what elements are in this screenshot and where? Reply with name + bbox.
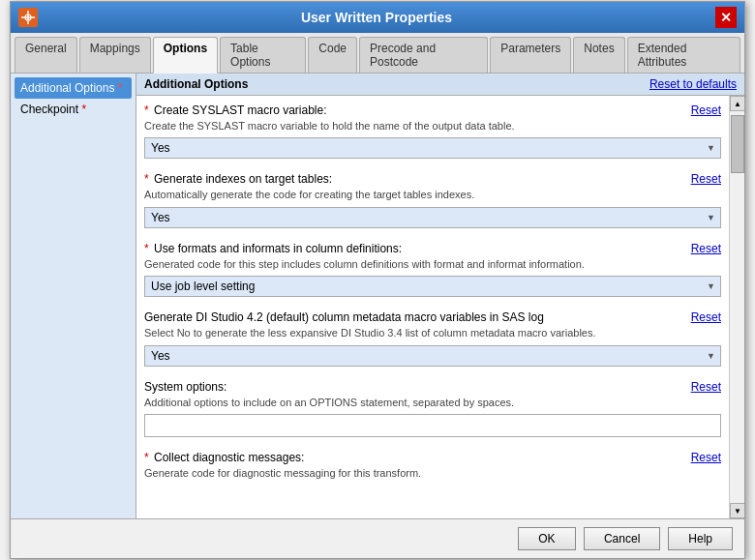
footer: OK Cancel Help xyxy=(11,518,744,558)
formats-select[interactable]: Use job level setting Yes No xyxy=(144,276,721,297)
title-bar: User Written Properties ✕ xyxy=(11,2,744,33)
app-icon xyxy=(18,8,38,27)
tab-general[interactable]: General xyxy=(15,37,77,73)
left-item-additional-options[interactable]: Additional Options * xyxy=(15,77,132,99)
scrollbar-thumb[interactable] xyxy=(731,115,744,173)
reset-indexes-button[interactable]: Reset xyxy=(691,172,721,186)
system-options-desc: Additional options to include on an OPTI… xyxy=(144,396,721,410)
scroll-down-button[interactable]: ▼ xyxy=(730,503,744,518)
tab-bar: General Mappings Options Table Options C… xyxy=(11,33,744,74)
tab-extended-attributes[interactable]: Extended Attributes xyxy=(627,37,740,73)
left-panel: Additional Options * Checkpoint * xyxy=(11,74,136,518)
indexes-select[interactable]: Yes No xyxy=(144,207,721,228)
tab-code[interactable]: Code xyxy=(308,37,357,73)
ok-button[interactable]: OK xyxy=(518,527,576,550)
indexes-desc: Automatically generate the code for crea… xyxy=(144,188,721,202)
option-generate-di-studio: Generate DI Studio 4.2 (default) column … xyxy=(144,310,721,366)
syslast-select[interactable]: Yes No xyxy=(144,137,721,159)
reset-formats-button[interactable]: Reset xyxy=(691,242,721,255)
formats-desc: Generated code for this step includes co… xyxy=(144,257,721,272)
scroll-area[interactable]: * Create SYSLAST macro variable: Reset C… xyxy=(136,96,729,518)
tab-table-options[interactable]: Table Options xyxy=(220,37,306,73)
option-generate-indexes: * Generate indexes on target tables: Res… xyxy=(144,172,721,227)
tab-notes[interactable]: Notes xyxy=(573,37,624,73)
tab-precode-postcode[interactable]: Precode and Postcode xyxy=(359,37,488,73)
tab-options[interactable]: Options xyxy=(153,37,218,74)
right-panel: Additional Options Reset to defaults * C… xyxy=(136,74,744,518)
panel-title: Additional Options xyxy=(144,77,248,91)
close-button[interactable]: ✕ xyxy=(715,7,737,28)
reset-system-options-button[interactable]: Reset xyxy=(691,380,721,394)
reset-syslast-button[interactable]: Reset xyxy=(691,103,721,117)
panel-header: Additional Options Reset to defaults xyxy=(136,74,744,96)
scrollbar-track xyxy=(730,111,744,503)
right-content: * Create SYSLAST macro variable: Reset C… xyxy=(136,96,744,518)
option-use-formats: * Use formats and informats in column de… xyxy=(144,242,721,297)
main-window: User Written Properties ✕ General Mappin… xyxy=(10,1,745,559)
content-area: Additional Options * Checkpoint * Additi… xyxy=(11,74,744,518)
tab-parameters[interactable]: Parameters xyxy=(490,37,571,73)
option-system-options: System options: Reset Additional options… xyxy=(144,380,721,437)
di-studio-desc: Select No to generate the less expansive… xyxy=(144,326,721,340)
cancel-button[interactable]: Cancel xyxy=(584,527,660,550)
option-collect-diagnostic: * Collect diagnostic messages: Reset Gen… xyxy=(144,451,721,481)
window-title: User Written Properties xyxy=(38,10,715,25)
reset-to-defaults-button[interactable]: Reset to defaults xyxy=(649,77,737,91)
tab-mappings[interactable]: Mappings xyxy=(79,37,151,73)
option-create-syslast: * Create SYSLAST macro variable: Reset C… xyxy=(144,103,721,159)
reset-di-studio-button[interactable]: Reset xyxy=(691,310,721,324)
system-options-input[interactable] xyxy=(144,414,721,437)
scroll-up-button[interactable]: ▲ xyxy=(730,96,744,111)
diagnostic-desc: Generate code for diagnostic messaging f… xyxy=(144,466,721,481)
reset-diagnostic-button[interactable]: Reset xyxy=(691,451,721,464)
di-studio-select[interactable]: Yes No xyxy=(144,345,721,367)
syslast-desc: Create the SYSLAST macro variable to hol… xyxy=(144,119,721,133)
help-button[interactable]: Help xyxy=(668,527,733,550)
left-item-checkpoint[interactable]: Checkpoint * xyxy=(15,99,132,120)
scrollbar: ▲ ▼ xyxy=(729,96,744,518)
